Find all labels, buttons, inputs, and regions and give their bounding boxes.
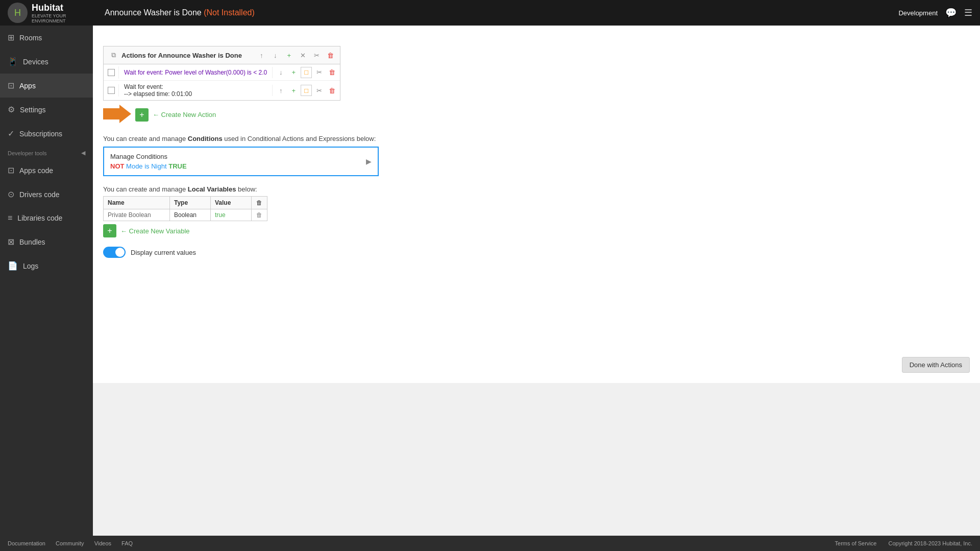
sidebar-item-subscriptions[interactable]: ✓ Subscriptions xyxy=(0,122,93,146)
action-row: Wait for event: Power level of Washer(0.… xyxy=(104,64,340,81)
sidebar-item-label: Libraries code xyxy=(17,214,62,222)
settings-icon: ⚙ xyxy=(8,105,15,114)
delete-action-btn[interactable]: ✕ xyxy=(297,50,308,61)
variables-table: Name Type Value 🗑 Private Boolean Boolea… xyxy=(103,196,267,221)
move-up-row2[interactable]: ↑ xyxy=(275,85,286,96)
conditions-title: Manage Conditions xyxy=(110,153,366,160)
action-row-2: Wait for event: --> elapsed time: 0:01:0… xyxy=(104,81,340,100)
chat-icon[interactable]: 💬 xyxy=(945,7,957,18)
variable-row-1: Private Boolean Boolean true 🗑 xyxy=(104,209,267,221)
var-name-1: Private Boolean xyxy=(104,209,170,221)
scissors-row1[interactable]: ✂ xyxy=(313,67,325,78)
trash-btn[interactable]: 🗑 xyxy=(325,50,336,61)
actions-table-header: ⧉ Actions for Announce Washer is Done ↑ … xyxy=(104,46,340,64)
header-right: Development 💬 ☰ xyxy=(898,7,972,18)
action-text-1: Wait for event: Power level of Washer(0.… xyxy=(119,66,272,79)
logo: H Hubitat ELEVATE YOUR ENVIRONMENT xyxy=(8,3,100,23)
toggle-knob xyxy=(115,248,125,257)
action-description-1: Wait for event: Power level of Washer(0.… xyxy=(124,69,267,76)
footer-link-faq[interactable]: FAQ xyxy=(121,540,133,546)
sidebar-item-devices[interactable]: 📱 Devices xyxy=(0,50,93,74)
checkbox-1[interactable] xyxy=(108,69,115,76)
var-type-1: Boolean xyxy=(170,209,211,221)
menu-icon[interactable]: ☰ xyxy=(964,7,972,18)
create-action-add-button[interactable]: + xyxy=(135,108,149,122)
sidebar-item-settings[interactable]: ⚙ Settings xyxy=(0,98,93,122)
move-down-row1[interactable]: ↓ xyxy=(275,67,286,78)
page-title: Announce Washer is Done (Not Installed) xyxy=(100,8,898,17)
drivers-code-icon: ⊙ xyxy=(8,189,14,199)
checkbox-2[interactable] xyxy=(108,87,115,94)
trash-row1[interactable]: 🗑 xyxy=(326,67,337,78)
logo-sub: ELEVATE YOUR ENVIRONMENT xyxy=(32,13,100,23)
sidebar: ⊞ Rooms 📱 Devices ⊡ Apps ⚙ Settings ✓ Su… xyxy=(0,26,93,536)
scissors-row2[interactable]: ✂ xyxy=(313,85,325,96)
add-row2[interactable]: + xyxy=(288,85,299,96)
wrap-row2[interactable]: □ xyxy=(301,85,312,96)
apps-code-icon: ⊡ xyxy=(8,165,14,175)
footer: Documentation Community Videos FAQ Terms… xyxy=(0,536,980,551)
action-controls-1: ↓ + □ ✂ 🗑 xyxy=(272,67,340,78)
action-controls-2: ↑ + □ ✂ 🗑 xyxy=(272,85,340,96)
arrow-indicator xyxy=(103,105,131,123)
actions-title: Actions for Announce Washer is Done xyxy=(121,52,242,59)
sidebar-item-label: Rooms xyxy=(19,34,42,42)
done-with-actions-button[interactable]: Done with Actions xyxy=(902,357,970,373)
developer-tools-section: Developer tools ◀ xyxy=(0,146,93,158)
create-action-row: + ← Create New Action xyxy=(103,105,970,125)
add-action-btn[interactable]: + xyxy=(283,50,295,61)
var-value-1: true xyxy=(211,209,252,221)
sidebar-item-bundles[interactable]: ⊠ Bundles xyxy=(0,230,93,254)
conditions-description: You can create and manage Conditions use… xyxy=(103,135,970,142)
sidebar-item-label: Subscriptions xyxy=(19,130,62,138)
create-variable-add-button[interactable]: + xyxy=(103,224,116,237)
wrap-row1[interactable]: □ xyxy=(301,67,312,78)
footer-link-community[interactable]: Community xyxy=(56,540,84,546)
col-delete-header: 🗑 xyxy=(252,197,267,209)
bundles-icon: ⊠ xyxy=(8,237,14,247)
create-new-action-link[interactable]: ← Create New Action xyxy=(153,111,216,118)
add-row1[interactable]: + xyxy=(288,67,299,78)
devices-icon: 📱 xyxy=(8,57,18,66)
footer-link-documentation[interactable]: Documentation xyxy=(8,540,45,546)
sidebar-item-label: Drivers code xyxy=(19,190,60,199)
action-checkbox-2[interactable] xyxy=(104,84,119,97)
display-toggle-row: Display current values xyxy=(103,247,970,258)
footer-link-videos[interactable]: Videos xyxy=(94,540,111,546)
create-new-variable-link[interactable]: ← Create New Variable xyxy=(120,227,190,235)
var-delete-1[interactable]: 🗑 xyxy=(252,209,267,221)
action-checkbox-1[interactable] xyxy=(104,66,119,79)
collapse-icon[interactable]: ◀ xyxy=(81,150,85,156)
conditions-box[interactable]: Manage Conditions NOT Mode is Night TRUE… xyxy=(103,147,379,176)
variables-table-header: Name Type Value 🗑 xyxy=(104,197,267,209)
environment-label: Development xyxy=(898,9,938,17)
sidebar-item-libraries-code[interactable]: ≡ Libraries code xyxy=(0,206,93,230)
conditions-expand-icon[interactable]: ▶ xyxy=(366,157,372,165)
move-down-btn[interactable]: ↓ xyxy=(270,50,281,61)
terms-of-service-link[interactable]: Terms of Service xyxy=(835,540,877,546)
logo-icon: H xyxy=(8,3,28,23)
copyright-text: Copyright 2018-2023 Hubitat, Inc. xyxy=(889,540,973,546)
apps-icon: ⊡ xyxy=(8,81,14,90)
main-content: ⧉ Actions for Announce Washer is Done ↑ … xyxy=(93,26,980,383)
copy-icon[interactable]: ⧉ xyxy=(108,50,119,61)
move-up-btn[interactable]: ↑ xyxy=(256,50,267,61)
sidebar-item-label: Apps xyxy=(19,82,36,90)
sidebar-item-apps[interactable]: ⊡ Apps xyxy=(0,74,93,98)
variables-description: You can create and manage Local Variable… xyxy=(103,185,970,193)
footer-right: Terms of Service Copyright 2018-2023 Hub… xyxy=(835,540,972,546)
logo-text: Hubitat xyxy=(32,3,100,13)
action-text-2: Wait for event: --> elapsed time: 0:01:0… xyxy=(119,81,272,100)
action-description-2b: --> elapsed time: 0:01:00 xyxy=(124,90,267,98)
sidebar-item-label: Bundles xyxy=(19,238,45,246)
sidebar-item-logs[interactable]: 📄 Logs xyxy=(0,254,93,278)
sidebar-item-label: Logs xyxy=(23,262,38,270)
display-toggle[interactable] xyxy=(103,247,126,258)
trash-row2[interactable]: 🗑 xyxy=(326,85,337,96)
scissors-btn[interactable]: ✂ xyxy=(311,50,322,61)
sidebar-item-rooms[interactable]: ⊞ Rooms xyxy=(0,26,93,50)
libraries-icon: ≡ xyxy=(8,213,12,223)
col-type-header: Type xyxy=(170,197,211,209)
sidebar-item-apps-code[interactable]: ⊡ Apps code xyxy=(0,158,93,182)
sidebar-item-drivers-code[interactable]: ⊙ Drivers code xyxy=(0,182,93,206)
